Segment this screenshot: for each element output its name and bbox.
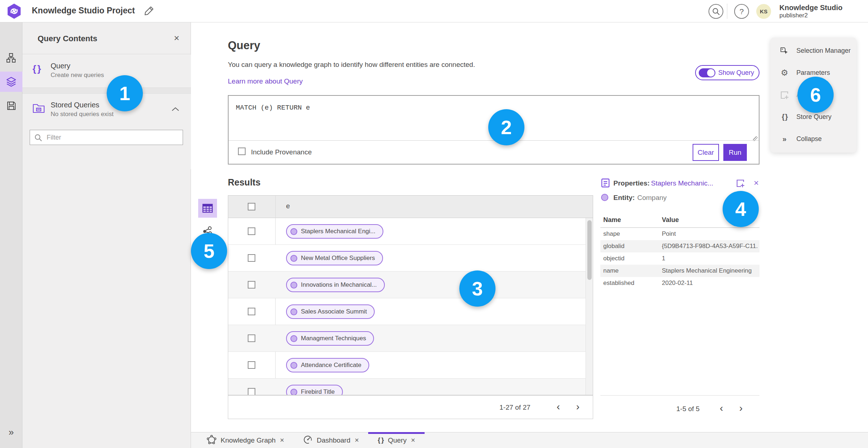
table-view-button[interactable] [198, 199, 217, 218]
row-checkbox[interactable] [248, 308, 255, 315]
row-checkbox[interactable] [248, 254, 255, 262]
rail-item-layers[interactable] [0, 72, 22, 92]
select-all-checkbox[interactable] [248, 203, 255, 210]
entity-chip[interactable]: Managment Techniques [286, 331, 374, 346]
properties-prev-page-icon[interactable]: ‹ [720, 403, 723, 413]
user-role: publisher2 [779, 12, 842, 19]
search-button[interactable] [709, 4, 723, 19]
help-button[interactable]: ? [734, 4, 749, 19]
entity-dot-icon [290, 335, 297, 342]
menu-item-collapse[interactable]: » Collapse [770, 128, 856, 150]
results-next-page-icon[interactable]: › [576, 402, 579, 412]
table-row: Staplers Mechanical Engi... [228, 218, 593, 245]
annotation-badge-5: 5 [191, 233, 227, 269]
entity-chip[interactable]: Firebird Title [286, 385, 343, 395]
properties-next-page-icon[interactable]: › [739, 403, 743, 413]
annotation-badge-6: 6 [797, 77, 834, 113]
results-prev-page-icon[interactable]: ‹ [557, 402, 560, 412]
save-icon [7, 101, 16, 111]
table-row: Sales Associate Summit [228, 298, 593, 325]
properties-col-value: Value [662, 216, 679, 224]
properties-header: Properties: Staplers Mechanic... × [600, 178, 760, 190]
close-tab-icon[interactable]: × [411, 436, 415, 444]
property-row: globalid{5D9B4713-F98D-4A53-A59F-C11... [600, 240, 760, 252]
menu-item-selection-manager[interactable]: Selection Manager [770, 40, 856, 62]
clear-button[interactable]: Clear [693, 144, 719, 161]
table-row: Managment Techniques [228, 325, 593, 352]
page-description: You can query a knowledge graph to ident… [228, 61, 475, 69]
add-to-selection-icon[interactable] [736, 179, 745, 189]
entity-label: Entity: [613, 194, 635, 202]
property-row: objectid1 [600, 252, 760, 265]
close-tab-icon[interactable]: × [280, 436, 284, 444]
help-icon: ? [740, 7, 744, 16]
filter-input[interactable] [47, 130, 180, 145]
panel-item-stored-queries[interactable]: Stored Queries No stored queries exist [22, 93, 191, 169]
row-checkbox[interactable] [248, 361, 255, 369]
close-tab-icon[interactable]: × [355, 436, 359, 444]
rail-item-hierarchy[interactable] [0, 48, 22, 68]
braces-icon: { } [33, 63, 40, 74]
entity-dot-icon [601, 194, 608, 201]
table-row: Innovations in Mechanical... [228, 272, 593, 298]
entity-chip[interactable]: Sales Associate Summit [286, 304, 375, 319]
user-menu[interactable]: Knowledge Studio publisher2 [779, 4, 842, 19]
entity-chip[interactable]: New Metal Office Suppliers [286, 251, 383, 265]
include-provenance-checkbox[interactable] [238, 148, 246, 155]
annotation-badge-2: 2 [488, 109, 524, 145]
table-row: Firebird Title [228, 379, 593, 395]
properties-table: Name Value shapePoint globalid{5D9B4713-… [600, 216, 760, 289]
panel-item-query[interactable]: { } Query Create new queries [22, 55, 191, 88]
entity-dot-icon [290, 255, 297, 262]
entity-dot-icon [290, 362, 297, 369]
row-checkbox[interactable] [248, 334, 255, 342]
braces-icon: { } [378, 436, 383, 444]
tab-knowledge-graph[interactable]: Knowledge Graph × [197, 432, 294, 448]
stored-queries-subtitle: No stored queries exist [51, 111, 114, 118]
entity-chip[interactable]: Innovations in Mechanical... [286, 278, 385, 292]
properties-footer: 1-5 of 5 ‹ › [600, 395, 760, 419]
properties-entity-link[interactable]: Staplers Mechanic... [651, 179, 723, 187]
results-footer: 1-27 of 27 ‹ › [228, 395, 593, 419]
tab-dashboard[interactable]: Dashboard × [294, 432, 369, 448]
resize-grip-icon[interactable] [753, 136, 758, 141]
app-logo-icon[interactable] [6, 3, 22, 20]
row-checkbox[interactable] [248, 227, 255, 235]
table-icon [202, 203, 213, 214]
entity-dot-icon [290, 282, 297, 289]
knowledge-studio-app: Knowledge Studio Project ? KS Knowledge … [0, 0, 868, 448]
user-name: Knowledge Studio [779, 4, 842, 12]
avatar[interactable]: KS [756, 4, 771, 19]
filter-field [30, 130, 183, 145]
table-row: New Metal Office Suppliers [228, 245, 593, 272]
scrollbar-thumb[interactable] [587, 220, 592, 280]
query-contents-panel: Query Contents × { } Query Create new qu… [22, 22, 191, 448]
run-button[interactable]: Run [723, 144, 747, 161]
folder-icon [33, 102, 45, 115]
collapse-section-icon[interactable] [171, 107, 179, 113]
hierarchy-icon [6, 53, 16, 63]
results-scrollbar[interactable] [586, 218, 593, 395]
entity-chip[interactable]: Attendance Certificate [286, 358, 369, 372]
show-query-toggle[interactable]: Show Query [695, 65, 760, 80]
results-pagination: 1-27 of 27 [499, 404, 531, 411]
property-row: shapePoint [600, 228, 760, 240]
results-table-header: e [228, 196, 593, 218]
properties-label: Properties: [613, 179, 650, 187]
entity-chip[interactable]: Staplers Mechanical Engi... [286, 224, 383, 239]
query-item-subtitle: Create new queries [51, 72, 104, 79]
query-item-title: Query [51, 62, 104, 70]
tab-query[interactable]: { } Query × [368, 432, 424, 448]
query-contents-header: Query Contents × [22, 22, 191, 54]
learn-more-link[interactable]: Learn more about Query [228, 77, 303, 85]
row-checkbox[interactable] [248, 281, 255, 289]
filter-search-icon [34, 134, 42, 142]
rail-item-save[interactable] [0, 95, 22, 116]
expand-rail-button[interactable]: » [0, 427, 22, 438]
annotation-badge-4: 4 [723, 191, 759, 227]
row-checkbox[interactable] [248, 388, 255, 395]
close-properties-icon[interactable]: × [754, 178, 759, 188]
show-query-label: Show Query [718, 69, 754, 77]
edit-title-pencil-icon[interactable] [144, 6, 155, 17]
close-panel-icon[interactable]: × [174, 33, 179, 44]
